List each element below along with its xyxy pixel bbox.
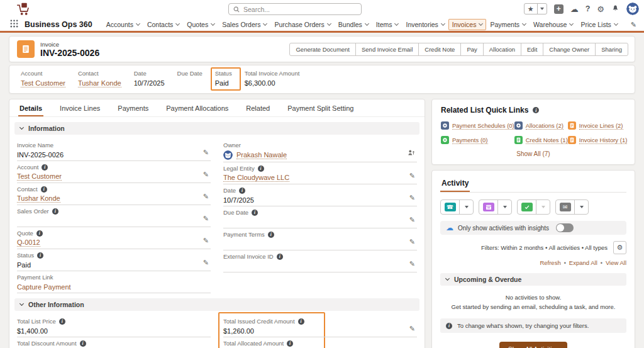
nav-tab-bundles[interactable]: Bundles [335,19,372,30]
link-payment-schedules[interactable]: Payment Schedules (0) [441,121,514,130]
chevron-down-icon[interactable] [365,21,369,26]
contact-link[interactable]: Tushar Konde [78,79,121,87]
info-icon[interactable] [42,164,48,171]
nav-tab-sales-orders[interactable]: Sales Orders [218,19,270,30]
info-icon[interactable] [36,230,43,237]
show-all-activities-button[interactable]: Show All Activities [499,342,567,348]
tab-invoice-lines[interactable]: Invoice Lines [58,99,101,116]
owner-link[interactable]: Prakash Nawale [236,151,287,159]
capture-payment-link[interactable]: Capture Payment [17,283,71,291]
email-dropdown[interactable] [575,200,588,214]
link-invoice-history[interactable]: Invoice History (1) [568,136,628,144]
notifications-bell-icon[interactable] [611,3,619,14]
info-icon[interactable] [287,340,293,347]
edit-button[interactable]: Edit [521,43,543,56]
info-icon[interactable] [59,318,65,325]
edit-pencil-icon[interactable]: ✎ [409,172,415,180]
info-icon[interactable] [80,340,86,347]
help-icon[interactable]: ? [586,4,591,13]
allocation-button[interactable]: Allocation [483,43,521,56]
expand-all-link[interactable]: Expand All [569,259,597,266]
tab-payments[interactable]: Payments [116,99,150,116]
chevron-down-icon[interactable] [136,21,140,26]
info-icon[interactable] [252,210,258,216]
section-information[interactable]: Information [14,122,419,135]
nav-tab-purchase-orders[interactable]: Purchase Orders [270,19,334,30]
search-input[interactable] [243,6,357,13]
generate-document-button[interactable]: Generate Document [289,43,356,56]
nav-tab-items[interactable]: Items [372,19,402,30]
edit-page-pencil-icon[interactable]: ✎ [631,21,636,29]
edit-pencil-icon[interactable]: ✎ [203,149,209,157]
tab-details[interactable]: Details [18,99,43,116]
log-a-call-button[interactable]: ☎ [441,200,460,214]
nav-tab-accounts[interactable]: Accounts [103,19,143,30]
account-link[interactable]: Test Customer [21,79,65,87]
favorites-star-icon[interactable]: ★ [525,6,537,13]
sharing-button[interactable]: Sharing [595,43,628,56]
link-allocations[interactable]: Allocations (2) [514,121,568,130]
quote-link[interactable]: Q-0012 [17,239,40,247]
view-all-link[interactable]: View All [606,259,626,266]
app-launcher-waffle-icon[interactable] [10,19,18,30]
chevron-down-icon[interactable] [175,21,180,26]
change-owner-icon[interactable] [408,149,415,158]
tab-payment-split-setting[interactable]: Payment Split Setting [286,99,355,116]
chevron-down-icon[interactable] [211,21,215,26]
nav-tab-contacts[interactable]: Contacts [143,19,183,30]
info-icon[interactable] [41,186,47,193]
tab-related[interactable]: Related [245,99,271,116]
pay-button[interactable]: Pay [460,43,483,56]
info-icon[interactable] [533,107,539,113]
favorites-dropdown-icon[interactable] [537,4,547,14]
edit-pencil-icon[interactable]: ✎ [409,260,415,268]
log-a-call-dropdown[interactable] [460,200,473,214]
chevron-down-icon[interactable] [394,21,399,26]
global-search[interactable] [228,3,362,15]
info-icon[interactable] [52,208,58,215]
info-icon[interactable] [277,254,283,260]
info-icon[interactable] [37,252,43,259]
edit-pencil-icon[interactable]: ✎ [203,215,209,223]
nav-tab-price-lists[interactable]: Price Lists [577,19,621,30]
info-icon[interactable] [258,166,264,172]
refresh-link[interactable]: Refresh [540,259,560,266]
new-task-dropdown[interactable] [536,200,550,214]
user-avatar[interactable] [626,3,639,15]
new-event-dropdown[interactable] [498,200,511,214]
info-icon[interactable] [268,232,274,238]
section-upcoming-overdue[interactable]: Upcoming & Overdue [440,273,626,286]
guidance-cloud-icon[interactable]: ☁ [570,5,579,13]
setup-gear-icon[interactable]: ⚙ [597,5,604,13]
edit-pencil-icon[interactable]: ✎ [409,216,415,224]
chevron-down-icon[interactable] [263,21,267,26]
nav-tab-warehouse[interactable]: Warehouse [530,19,577,30]
contact-link[interactable]: Tushar Konde [17,194,60,203]
nav-tab-invoices[interactable]: Invoices [448,19,487,30]
section-other-information[interactable]: Other Information [14,298,419,311]
edit-pencil-icon[interactable]: ✎ [409,325,415,333]
legal-entity-link[interactable]: The Cloudywave LLC [223,174,289,182]
chevron-down-icon[interactable] [569,21,574,26]
edit-pencil-icon[interactable]: ✎ [203,237,209,245]
nav-tab-payments[interactable]: Payments [486,19,530,30]
link-invoice-lines[interactable]: Invoice Lines (2) [568,121,628,130]
change-owner-button[interactable]: Change Owner [543,43,596,56]
tab-activity[interactable]: Activity [440,179,470,192]
edit-pencil-icon[interactable]: ✎ [203,171,209,179]
info-icon[interactable] [298,318,304,325]
send-invoice-email-button[interactable]: Send Invoice Email [355,43,419,56]
edit-pencil-icon[interactable]: ✎ [203,193,209,201]
new-task-button[interactable] [518,200,536,214]
chevron-down-icon[interactable] [327,21,331,26]
new-event-button[interactable] [479,200,498,214]
chevron-down-icon[interactable] [614,21,618,26]
favorites-control[interactable]: ★ [524,3,547,14]
edit-pencil-icon[interactable]: ✎ [409,194,415,202]
insights-toggle[interactable] [556,223,574,232]
link-payments[interactable]: Payments (0) [441,136,514,144]
quick-create-plus-icon[interactable]: + [554,4,564,14]
show-all-link[interactable]: Show All (7) [441,150,626,157]
edit-pencil-icon[interactable]: ✎ [409,238,415,246]
nav-tab-inventories[interactable]: Inventories [402,19,448,30]
